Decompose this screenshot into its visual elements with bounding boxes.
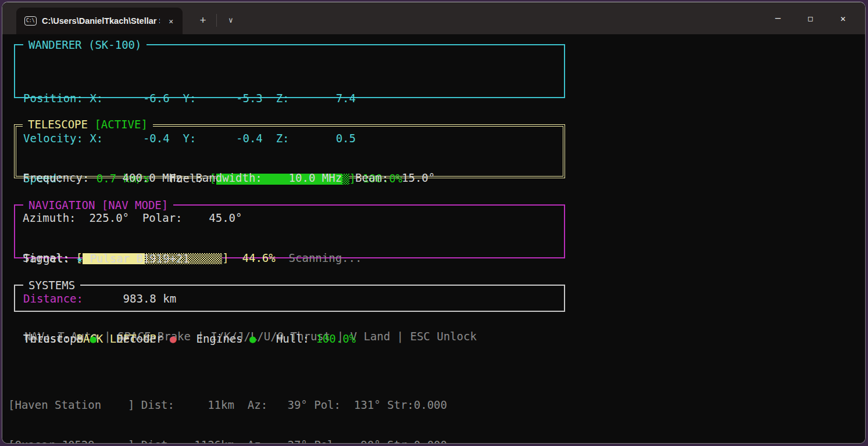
cmd-icon: C:\	[24, 16, 37, 26]
wanderer-panel: WANDERER (SK-100) Position: X: -6.6 Y: -…	[14, 44, 565, 98]
new-tab-button[interactable]: +	[194, 12, 212, 29]
frequency-row: Frequency: 400.0 MHz Bandwidth: 10.0 MHz…	[23, 171, 565, 185]
close-button[interactable]: ✕	[827, 13, 859, 24]
systems-panel-title: SYSTEMS	[23, 279, 80, 292]
desktop-background: C:\ C:\Users\DanielTkach\Stellar S ✕ + ∨…	[0, 0, 868, 446]
velocity-row: Velocity: X: -0.4 Y: -0.4 Z: 0.5	[23, 132, 564, 145]
tab-close-icon[interactable]: ✕	[165, 16, 177, 27]
titlebar[interactable]: C:\ C:\Users\DanielTkach\Stellar S ✕ + ∨…	[2, 2, 865, 34]
navigation-panel-title: NAVIGATION [NAV MODE]	[23, 199, 173, 212]
telescope-active-badge: [ACTIVE]	[94, 118, 148, 131]
terminal-tab[interactable]: C:\ C:\Users\DanielTkach\Stellar S ✕	[16, 8, 183, 34]
wanderer-panel-title: WANDERER (SK-100)	[23, 38, 147, 52]
window-controls: ─ □ ✕	[762, 2, 859, 34]
tab-dropdown-button[interactable]: ∨	[223, 12, 238, 29]
maximize-button[interactable]: □	[794, 14, 827, 23]
terminal-window: C:\ C:\Users\DanielTkach\Stellar S ✕ + ∨…	[2, 2, 866, 444]
azimuth-row: Azimuth: 225.0° Polar: 45.0°	[23, 211, 565, 225]
distance-row: Distance: 983.8 km	[23, 292, 564, 305]
target-list: [Haven Station ] Dist: 11km Az: 39° Pol:…	[8, 372, 447, 444]
target-row: Target: ★ Pulsar B1919+21	[23, 252, 564, 265]
minimize-button[interactable]: ─	[762, 13, 794, 24]
systems-status-row: Telescope ● Decoder ● Engines ● Hull: 10…	[23, 332, 564, 346]
telescope-panel-title: TELESCOPE [ACTIVE]	[23, 118, 153, 131]
target-list-row: [Haven Station ] Dist: 11km Az: 39° Pol:…	[8, 398, 447, 412]
tab-separator	[216, 14, 217, 27]
position-row: Position: X: -6.6 Y: -5.3 Z: 7.4	[23, 92, 564, 105]
terminal-content[interactable]: WANDERER (SK-100) Position: X: -6.6 Y: -…	[2, 34, 865, 443]
tab-title: C:\Users\DanielTkach\Stellar S	[42, 16, 160, 26]
target-list-row: [Quasar J0529 ] Dist: 1126km Az: 27° Pol…	[8, 438, 447, 444]
